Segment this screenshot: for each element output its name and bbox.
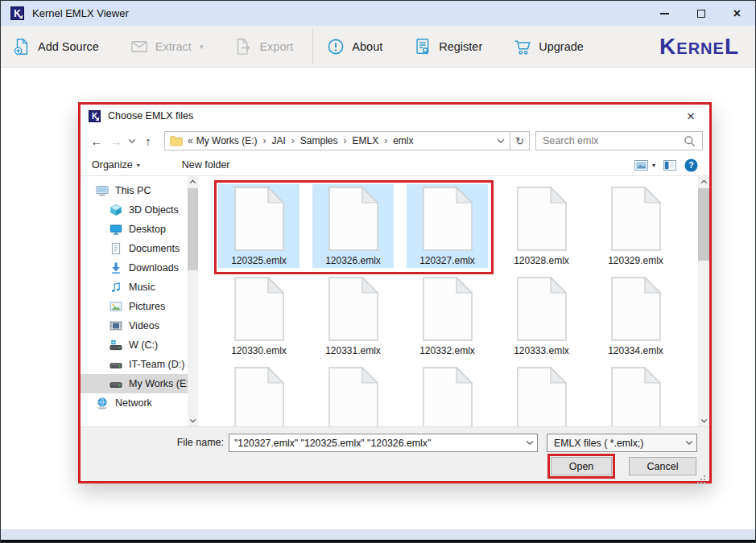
close-button[interactable]: × xyxy=(719,1,755,26)
sidebar-item-my-works-e[interactable]: My Works (E:) xyxy=(81,374,188,393)
breadcrumb-overflow[interactable]: « xyxy=(188,135,193,146)
register-icon xyxy=(413,37,432,56)
address-bar[interactable]: « My Works (E:)›JAI›Samples›EMLX›emlx xyxy=(164,131,510,150)
videos-icon xyxy=(109,319,122,332)
up-button[interactable]: ↑ xyxy=(138,134,158,148)
organize-button[interactable]: Organize ▾ xyxy=(92,159,140,171)
file-tile-120328-emlx[interactable]: 120328.emlx xyxy=(501,184,582,268)
scroll-up-icon[interactable] xyxy=(698,176,709,187)
file-name-input[interactable] xyxy=(229,438,523,449)
sidebar-item-network[interactable]: Network xyxy=(81,393,188,413)
file-icon xyxy=(501,367,582,426)
sidebar-item-w-c[interactable]: W (C:) xyxy=(81,335,188,355)
window-bottom-edge xyxy=(1,540,755,542)
sidebar-item-pictures[interactable]: Pictures xyxy=(81,297,188,316)
brand-text: L xyxy=(725,34,739,59)
files-scroll-thumb[interactable] xyxy=(698,188,709,261)
svg-text:?: ? xyxy=(688,160,693,170)
new-folder-button[interactable]: New folder xyxy=(182,159,230,171)
file-icon xyxy=(312,367,394,426)
open-button-annotation: Open xyxy=(547,454,615,479)
breadcrumb-item-samples[interactable]: Samples xyxy=(300,135,338,146)
toolbar-button-upgrade[interactable]: Upgrade xyxy=(513,37,584,56)
sidebar-scrollbar[interactable] xyxy=(188,176,198,426)
file-name-label: File name: xyxy=(129,437,224,448)
breadcrumb-item-emlx[interactable]: emlx xyxy=(393,135,413,146)
address-dropdown-button[interactable] xyxy=(497,138,505,144)
file-tile-120327-emlx[interactable]: 120327.emlx xyxy=(407,184,488,268)
toolbar-button-about[interactable]: About xyxy=(326,37,382,56)
file-tile-120329-emlx[interactable]: 120329.emlx xyxy=(595,184,676,268)
file-icon xyxy=(407,367,488,426)
3d-objects-icon xyxy=(109,204,122,216)
file-tile[interactable] xyxy=(595,364,676,426)
sidebar-item-downloads[interactable]: Downloads xyxy=(81,258,188,278)
file-tile[interactable] xyxy=(312,364,394,426)
file-type-value: EMLX files ( *.emlx;) xyxy=(554,438,682,449)
dialog-body: This PC3D ObjectsDesktopDocumentsDownloa… xyxy=(81,176,709,426)
file-tile-120334-emlx[interactable]: 120334.emlx xyxy=(595,274,676,358)
sidebar-item-this-pc[interactable]: This PC xyxy=(81,181,188,200)
preview-pane-button[interactable] xyxy=(663,160,676,171)
file-tile-120325-emlx[interactable]: 120325.emlx xyxy=(218,184,300,268)
file-tile-120326-emlx[interactable]: 120326.emlx xyxy=(312,184,394,268)
sidebar: This PC3D ObjectsDesktopDocumentsDownloa… xyxy=(81,176,188,426)
toolbar-button-label: Extract xyxy=(155,40,192,53)
scroll-down-icon[interactable] xyxy=(188,415,198,426)
breadcrumb-item-emlx[interactable]: EMLX xyxy=(353,135,379,146)
file-grid: 120325.emlx120326.emlx120327.emlx120328.… xyxy=(198,176,698,426)
sidebar-item-documents[interactable]: Documents xyxy=(81,239,188,258)
cancel-button[interactable]: Cancel xyxy=(629,457,696,475)
file-tile-120331-emlx[interactable]: 120331.emlx xyxy=(312,274,394,358)
file-type-select[interactable]: EMLX files ( *.emlx;) xyxy=(547,434,697,452)
file-tile[interactable] xyxy=(407,364,488,426)
window-controls: × xyxy=(647,1,755,26)
sidebar-item-videos[interactable]: Videos xyxy=(81,316,188,335)
extract-icon xyxy=(130,37,149,56)
sidebar-scroll-thumb[interactable] xyxy=(188,188,198,270)
sidebar-item-it-team-d[interactable]: IT-Team (D:) xyxy=(81,355,188,374)
resize-grip[interactable] xyxy=(704,475,705,477)
breadcrumb-item-jai[interactable]: JAI xyxy=(271,135,285,146)
brand-text: ERNE xyxy=(676,39,725,57)
open-button[interactable]: Open xyxy=(551,457,612,475)
recent-locations-button[interactable] xyxy=(126,138,138,144)
refresh-button[interactable]: ↻ xyxy=(510,131,530,150)
maximize-button[interactable] xyxy=(683,1,719,26)
dialog-close-button[interactable]: × xyxy=(682,109,700,123)
file-label: 120328.emlx xyxy=(501,253,582,268)
file-tile-120332-emlx[interactable]: 120332.emlx xyxy=(407,274,488,358)
sidebar-item-desktop[interactable]: Desktop xyxy=(81,220,188,239)
breadcrumb-separator: › xyxy=(257,135,271,146)
file-row-partial xyxy=(218,364,698,426)
toolbar-button-extract[interactable]: Extract▾ xyxy=(130,37,204,56)
chevron-down-icon: ▾ xyxy=(137,162,140,169)
drive-icon xyxy=(109,358,122,371)
files-scrollbar[interactable] xyxy=(698,176,709,426)
sidebar-item-3d-objects[interactable]: 3D Objects xyxy=(81,200,188,220)
minimize-button[interactable] xyxy=(647,1,683,26)
file-tile-120330-emlx[interactable]: 120330.emlx xyxy=(218,274,300,358)
help-button[interactable]: ? xyxy=(684,158,698,172)
sidebar-item-music[interactable]: Music xyxy=(81,278,188,297)
toolbar-button-add-source[interactable]: Add Source xyxy=(12,37,99,56)
search-box xyxy=(535,131,703,150)
file-name-combo xyxy=(229,434,538,452)
toolbar-button-register[interactable]: Register xyxy=(413,37,482,56)
change-view-button[interactable]: ▾ xyxy=(634,160,655,171)
scroll-down-icon[interactable] xyxy=(698,415,709,426)
upgrade-icon xyxy=(513,37,532,56)
forward-button[interactable]: → xyxy=(106,134,126,148)
back-button[interactable]: ← xyxy=(87,134,106,148)
toolbar-separator xyxy=(312,29,313,64)
breadcrumb-item-my-works-e[interactable]: My Works (E:) xyxy=(196,135,258,146)
search-input[interactable] xyxy=(543,135,684,146)
chevron-down-icon[interactable] xyxy=(523,440,537,446)
sidebar-item-label: Network xyxy=(115,397,152,409)
file-tile[interactable] xyxy=(501,364,582,426)
scroll-up-icon[interactable] xyxy=(188,176,198,187)
sidebar-item-label: Music xyxy=(129,282,155,293)
file-tile-120333-emlx[interactable]: 120333.emlx xyxy=(501,274,582,358)
toolbar-button-export[interactable]: Export xyxy=(233,37,293,56)
file-tile[interactable] xyxy=(218,364,300,426)
